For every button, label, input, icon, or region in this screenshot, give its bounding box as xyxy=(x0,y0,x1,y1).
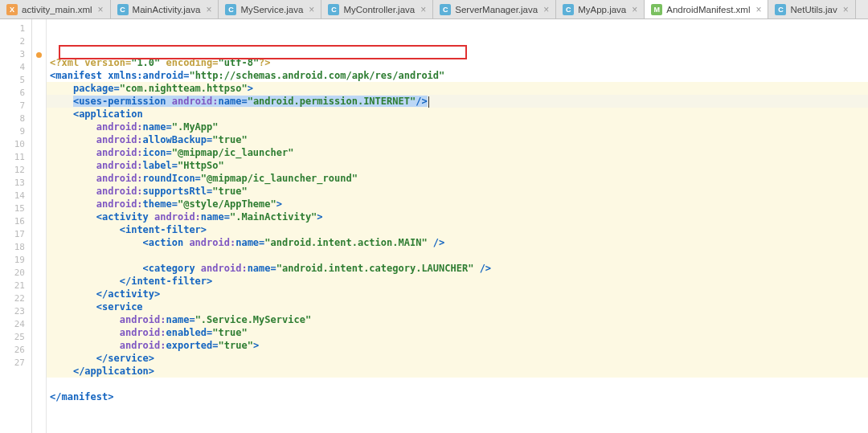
token: ".MainActivity" xyxy=(230,211,317,223)
close-icon[interactable]: × xyxy=(755,5,761,14)
code-area[interactable]: <?xml version="1.0" encoding="utf-8"?><m… xyxy=(47,19,868,433)
token: roundIcon= xyxy=(143,173,201,184)
token: <action xyxy=(143,237,190,248)
tab-myservice-java[interactable]: CMyService.java× xyxy=(219,0,321,18)
close-icon[interactable]: × xyxy=(843,5,849,14)
gutter-marker-slot xyxy=(32,100,46,112)
text-caret xyxy=(428,96,429,108)
code-line: package="com.nightteam.httpso"> xyxy=(47,82,868,95)
tab-label: activity_main.xml xyxy=(22,5,92,14)
code-line xyxy=(47,378,868,390)
code-line: android:enabled="true" xyxy=(47,326,868,339)
tab-activity_main-xml[interactable]: Xactivity_main.xml× xyxy=(0,0,111,18)
code-line: <intent-filter> xyxy=(47,223,868,236)
line-number: 12 xyxy=(0,164,31,177)
code-line: </service> xyxy=(47,352,868,365)
gutter-marker-slot xyxy=(32,215,46,228)
token: name= xyxy=(201,211,230,223)
token: <activity xyxy=(96,211,154,223)
gutter-marker-slot xyxy=(32,305,46,318)
line-number: 11 xyxy=(0,151,31,164)
token: android: xyxy=(96,173,143,184)
token: "true" xyxy=(212,186,247,197)
token: "@mipmap/ic_launcher" xyxy=(172,147,294,158)
token: </intent-filter> xyxy=(120,276,213,287)
java-file-icon: C xyxy=(328,4,339,15)
close-icon[interactable]: × xyxy=(309,5,314,14)
code-line: <?xml version="1.0" encoding="utf-8"?> xyxy=(47,56,868,69)
gutter-marker-slot xyxy=(32,35,46,48)
token: "android.permission.INTERNET" xyxy=(248,96,416,107)
line-number: 24 xyxy=(0,318,31,331)
token: name= xyxy=(143,121,172,133)
gutter-marker-slot xyxy=(32,61,46,74)
token: <?xml version= xyxy=(50,57,131,68)
gutter-marker-slot xyxy=(32,344,46,357)
token: <uses-permission xyxy=(73,96,172,107)
token: name= xyxy=(235,237,264,248)
tab-myapp-java[interactable]: CMyApp.java× xyxy=(556,0,645,18)
token: </application> xyxy=(73,366,154,377)
gutter-marker-slot xyxy=(32,74,46,87)
tab-androidmanifest-xml[interactable]: MAndroidManifest.xml× xyxy=(645,0,768,19)
close-icon[interactable]: × xyxy=(543,5,549,14)
gutter-marker-slot xyxy=(32,177,46,190)
token: ".Service.MyService" xyxy=(195,314,312,325)
tab-label: NetUtils.jav xyxy=(790,5,837,14)
token: android: xyxy=(154,211,201,223)
token: ?> xyxy=(259,57,270,68)
token: /> xyxy=(416,96,427,107)
code-line: </intent-filter> xyxy=(47,275,868,288)
code-line: android:supportsRtl="true" xyxy=(47,185,868,198)
tab-label: MyService.java xyxy=(240,5,303,14)
token: </service> xyxy=(96,353,154,364)
gutter-marker-slot xyxy=(32,164,46,177)
code-editor[interactable]: 1234567891011121314151617181920212223242… xyxy=(0,19,868,433)
warning-marker-icon xyxy=(36,52,42,58)
token: android: xyxy=(120,314,166,325)
token: android: xyxy=(96,121,143,133)
close-icon[interactable]: × xyxy=(420,5,426,14)
line-number: 21 xyxy=(0,280,31,292)
code-line: </activity> xyxy=(47,288,868,300)
gutter-marker-slot xyxy=(32,112,46,125)
xml-file-icon: X xyxy=(6,4,18,15)
tab-mainactivity-java[interactable]: CMainActivity.java× xyxy=(111,0,219,18)
close-icon[interactable]: × xyxy=(206,5,211,14)
gutter-marker-slot xyxy=(32,87,46,100)
token: /> xyxy=(473,263,491,274)
close-icon[interactable]: × xyxy=(632,5,637,14)
line-number: 5 xyxy=(0,74,31,87)
token: android: xyxy=(96,160,143,171)
tab-mycontroller-java[interactable]: CMyController.java× xyxy=(321,0,433,18)
tab-label: MainActivity.java xyxy=(133,5,201,14)
line-number: 16 xyxy=(0,215,31,228)
code-line: <service xyxy=(47,300,868,313)
code-line: android:name=".Service.MyService" xyxy=(47,313,868,326)
code-line: </manifest> xyxy=(47,390,868,403)
java-file-icon: C xyxy=(225,4,236,15)
marker-margin xyxy=(32,19,47,433)
code-line: <application xyxy=(47,108,868,121)
gutter-marker-slot xyxy=(32,267,46,280)
uses-permission-line: <uses-permission android:name="android.p… xyxy=(47,95,868,108)
token: "utf-8" xyxy=(219,57,260,68)
tab-netutils-jav[interactable]: CNetUtils.jav× xyxy=(768,0,855,18)
token: <intent-filter> xyxy=(120,224,207,235)
line-number: 25 xyxy=(0,331,31,344)
java-file-icon: C xyxy=(440,4,451,15)
code-line: android:theme="@style/AppTheme"> xyxy=(47,198,868,210)
line-number: 20 xyxy=(0,267,31,280)
token: android: xyxy=(120,327,166,338)
line-number: 27 xyxy=(0,357,31,370)
gutter-marker-slot xyxy=(32,292,46,305)
tab-servermanager-java[interactable]: CServerManager.java× xyxy=(433,0,556,18)
token: android: xyxy=(96,198,143,210)
line-number: 19 xyxy=(0,254,31,267)
close-icon[interactable]: × xyxy=(98,5,104,14)
selection: <uses-permission android:name="android.p… xyxy=(73,96,428,107)
tab-label: MyController.java xyxy=(343,5,415,14)
token: > xyxy=(317,211,322,223)
token: "true" xyxy=(212,134,247,145)
code-line xyxy=(47,249,868,262)
